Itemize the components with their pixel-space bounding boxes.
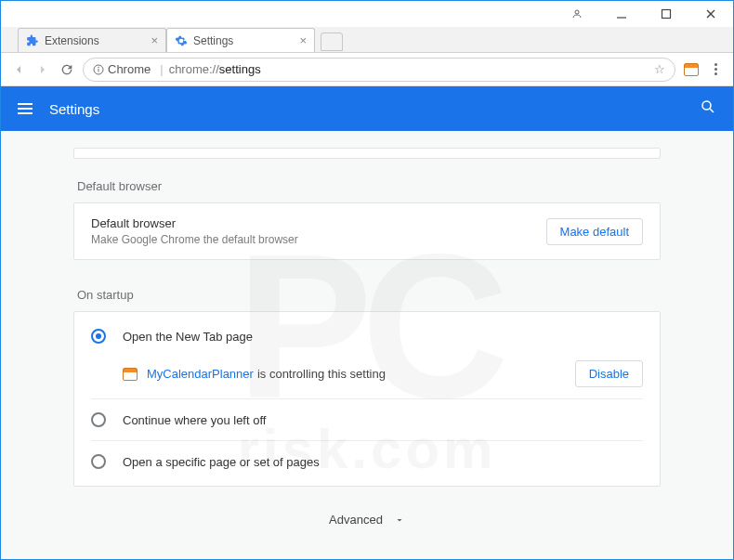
forward-button[interactable] [34, 61, 51, 78]
svg-rect-7 [98, 69, 99, 72]
menu-icon[interactable] [18, 103, 33, 114]
svg-point-8 [702, 101, 711, 110]
tab-label: Settings [193, 34, 233, 47]
reload-button[interactable] [59, 61, 75, 78]
radio-selected-icon [91, 329, 106, 344]
truncated-card [73, 148, 661, 159]
radio-label: Open a specific page or set of pages [123, 455, 320, 469]
section-label-on-startup: On startup [77, 288, 657, 302]
gear-icon [175, 34, 188, 47]
svg-rect-2 [662, 10, 671, 19]
startup-option-specific-page[interactable]: Open a specific page or set of pages [91, 441, 643, 482]
chrome-menu-button[interactable] [707, 63, 724, 75]
on-startup-card: Open the New Tab page MyCalendarPlanner … [73, 311, 661, 487]
svg-point-6 [98, 66, 99, 68]
controlled-by-extension: MyCalendarPlanner is controlling this se… [123, 357, 643, 398]
minimize-button[interactable] [603, 3, 640, 25]
radio-label: Open the New Tab page [123, 330, 253, 344]
maximize-button[interactable] [648, 3, 685, 25]
bookmark-star-icon[interactable]: ☆ [654, 62, 665, 76]
extension-calendar-icon [123, 368, 138, 381]
close-tab-icon[interactable]: × [299, 33, 307, 47]
advanced-toggle[interactable]: Advanced [73, 487, 661, 553]
controlled-text: is controlling this setting [257, 367, 386, 381]
puzzle-icon [26, 34, 39, 47]
chevron-down-icon [394, 514, 405, 526]
tab-label: Extensions [45, 34, 99, 47]
search-icon[interactable] [700, 98, 716, 119]
account-icon[interactable] [558, 3, 596, 25]
page-title: Settings [49, 101, 99, 117]
default-browser-card: Default browser Make Google Chrome the d… [73, 202, 661, 260]
address-bar: Chrome | chrome:// settings ☆ [1, 53, 733, 86]
radio-label: Continue where you left off [123, 413, 266, 427]
extension-calendar-icon[interactable] [683, 61, 700, 78]
startup-option-continue[interactable]: Continue where you left off [91, 399, 643, 440]
settings-header: Settings [1, 86, 733, 131]
close-tab-icon[interactable]: × [151, 33, 158, 47]
startup-option-new-tab[interactable]: Open the New Tab page [91, 316, 643, 357]
tab-extensions[interactable]: Extensions × [18, 28, 166, 52]
svg-point-0 [575, 10, 579, 14]
omnibox[interactable]: Chrome | chrome:// settings ☆ [83, 58, 675, 82]
radio-icon [91, 412, 106, 427]
scheme-label: Chrome [108, 62, 151, 76]
make-default-button[interactable]: Make default [546, 218, 643, 245]
advanced-label: Advanced [329, 513, 383, 527]
default-browser-title: Default browser [91, 216, 298, 230]
svg-line-9 [710, 109, 714, 112]
url-path: settings [219, 62, 261, 76]
new-tab-button[interactable] [321, 33, 343, 51]
radio-icon [91, 454, 106, 469]
close-window-button[interactable] [692, 3, 729, 25]
disable-button[interactable]: Disable [575, 360, 643, 387]
site-info-icon[interactable]: Chrome [93, 62, 151, 76]
back-button[interactable] [10, 61, 27, 78]
url-host: chrome:// [169, 62, 219, 76]
extension-name: MyCalendarPlanner [147, 367, 254, 381]
section-label-default-browser: Default browser [77, 179, 657, 193]
tab-settings[interactable]: Settings × [166, 28, 315, 52]
tab-strip: Extensions × Settings × [1, 27, 733, 53]
settings-scroll[interactable]: Default browser Default browser Make Goo… [1, 131, 733, 559]
default-browser-sub: Make Google Chrome the default browser [91, 233, 298, 246]
